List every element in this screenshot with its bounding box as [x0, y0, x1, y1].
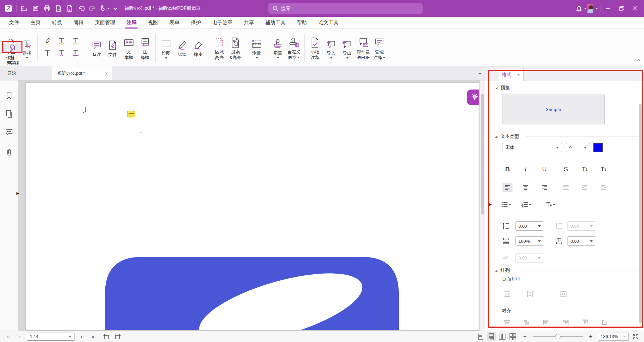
- measure-tool-button[interactable]: 测量: [249, 36, 265, 59]
- menu-tab-form[interactable]: 表单: [164, 17, 185, 28]
- collapse-ribbon-button[interactable]: [635, 56, 642, 64]
- zoom-level-select[interactable]: 136.13%: [598, 333, 629, 341]
- text-direction-button[interactable]: [545, 199, 555, 210]
- email-fdf-button[interactable]: 邮件发 送FDF: [355, 34, 371, 61]
- stamp-tool-button[interactable]: 图章: [270, 36, 286, 59]
- rotate-right-button[interactable]: [113, 332, 122, 341]
- highlight-tool-button[interactable]: [43, 37, 52, 47]
- font-family-select[interactable]: 宋体: [502, 143, 562, 152]
- menu-tab-help[interactable]: 帮助: [291, 17, 313, 28]
- save-button[interactable]: [30, 3, 41, 14]
- global-search[interactable]: [268, 3, 423, 14]
- arrange-section-header[interactable]: ◢ 排列: [495, 268, 510, 274]
- line-spacing-select[interactable]: 0.00: [515, 221, 544, 231]
- menu-tab-protect[interactable]: 保护: [185, 17, 207, 28]
- restore-button[interactable]: [616, 3, 627, 14]
- menu-tab-convert[interactable]: 转换: [46, 17, 68, 28]
- last-page-button[interactable]: »: [89, 332, 97, 341]
- drawing-tool-button[interactable]: 绘图: [158, 36, 174, 59]
- menu-tab-esign[interactable]: 电子签章: [207, 17, 238, 28]
- align-objects-v-center-button[interactable]: [581, 318, 589, 327]
- export-comments-button[interactable]: 导出: [339, 36, 355, 59]
- italic-button[interactable]: I: [521, 164, 531, 174]
- bullet-list-button[interactable]: [501, 199, 511, 210]
- zoom-slider-knob[interactable]: [555, 334, 560, 339]
- close-window-button[interactable]: [629, 3, 641, 14]
- rotate-left-button[interactable]: [102, 332, 111, 341]
- strikeout-tool-button[interactable]: [43, 49, 52, 59]
- underline-tool-button[interactable]: [71, 37, 80, 47]
- area-highlight-tool-button[interactable]: 区域 高亮: [211, 34, 227, 61]
- first-page-button[interactable]: «: [4, 332, 13, 341]
- bookmarks-panel-button[interactable]: [4, 91, 14, 100]
- text-type-section-header[interactable]: ◢ 文本类型: [495, 133, 519, 139]
- tab-start-page[interactable]: 开始: [0, 66, 52, 80]
- single-page-view-button[interactable]: [476, 332, 485, 341]
- horizontal-scale-select[interactable]: 100%: [515, 236, 544, 246]
- align-objects-top-button[interactable]: [561, 318, 570, 327]
- facing-view-button[interactable]: [498, 332, 506, 341]
- close-tab-icon[interactable]: ×: [105, 71, 108, 76]
- center-horizontal-button[interactable]: [526, 290, 534, 298]
- minimize-button[interactable]: [602, 3, 614, 14]
- notifications-button[interactable]: [575, 3, 587, 14]
- indent-decrease-button[interactable]: [580, 183, 590, 192]
- numbered-list-button[interactable]: [521, 199, 531, 210]
- menu-tab-accessibility[interactable]: 辅助工具: [260, 17, 291, 28]
- char-spacing-select[interactable]: 0.00: [567, 236, 596, 246]
- pages-panel-button[interactable]: [4, 109, 14, 119]
- continuous-view-button[interactable]: [487, 332, 496, 341]
- textbox-tool-button[interactable]: 文 本框: [121, 34, 137, 61]
- align-right-button[interactable]: [539, 183, 549, 192]
- align-center-button[interactable]: [521, 183, 531, 192]
- add-page-button[interactable]: [64, 3, 75, 14]
- touch-mode-button[interactable]: [98, 3, 110, 14]
- note-tool-button[interactable]: 备注: [89, 37, 105, 58]
- zoom-out-button[interactable]: −: [521, 332, 529, 341]
- align-left-button[interactable]: [502, 183, 513, 192]
- strikethrough-button[interactable]: S: [561, 164, 571, 174]
- align-objects-right-button[interactable]: [542, 318, 550, 327]
- bold-button[interactable]: B: [502, 164, 513, 174]
- search-input[interactable]: [281, 6, 409, 11]
- font-size-select[interactable]: 9: [566, 143, 590, 152]
- subscript-button[interactable]: T1: [598, 164, 608, 174]
- callout-tool-button[interactable]: 注 释框: [137, 34, 153, 61]
- keep-tool-selected-toggle[interactable]: 保持工 具选择: [3, 43, 22, 52]
- summary-comments-button[interactable]: 小结 注释: [307, 34, 323, 61]
- zoom-in-button[interactable]: +: [586, 332, 595, 341]
- scrollbar-thumb[interactable]: [639, 104, 642, 324]
- ai-assistant-button[interactable]: [467, 90, 479, 105]
- search-highlight-tool-button[interactable]: 搜索 &高亮: [227, 34, 244, 61]
- superscript-button[interactable]: T1: [580, 164, 590, 174]
- preview-section-header[interactable]: ◢ 预览: [495, 85, 510, 91]
- center-both-button[interactable]: [559, 290, 568, 298]
- zoom-slider[interactable]: [533, 336, 583, 337]
- quick-access-customize-button[interactable]: [110, 3, 121, 14]
- center-vertical-button[interactable]: [503, 290, 512, 298]
- underline-style-button[interactable]: U: [539, 164, 549, 174]
- fullscreen-button[interactable]: [631, 332, 640, 341]
- insert-text-tool-button[interactable]: [57, 49, 66, 59]
- align-objects-bottom-button[interactable]: [600, 318, 609, 327]
- panel-collapse-handle[interactable]: ▶: [489, 202, 492, 207]
- menu-tab-page-manage[interactable]: 页面管理: [89, 17, 121, 28]
- format-panel-tab[interactable]: 格式 ×: [498, 68, 524, 81]
- previous-page-button[interactable]: ‹: [15, 332, 24, 341]
- print-button[interactable]: [41, 3, 53, 14]
- indent-increase-button[interactable]: [598, 183, 608, 192]
- open-file-button[interactable]: [18, 3, 30, 14]
- squiggly-underline-tool-button[interactable]: [57, 37, 66, 47]
- attachments-panel-button[interactable]: [4, 148, 14, 157]
- menu-tab-file[interactable]: 文件: [3, 17, 25, 28]
- eraser-tool-button[interactable]: 橡皮: [190, 37, 206, 58]
- menu-tab-paper-tools[interactable]: 论文工具: [313, 17, 344, 28]
- page-number-select[interactable]: 1 / 4: [27, 333, 74, 341]
- document-viewport[interactable]: ▶: [18, 80, 485, 331]
- account-button[interactable]: [587, 3, 598, 14]
- manage-comments-button[interactable]: 管理 注释: [371, 34, 387, 61]
- align-objects-left-button[interactable]: [503, 318, 512, 327]
- facing-continuous-view-button[interactable]: [508, 332, 517, 341]
- replace-text-tool-button[interactable]: [71, 49, 80, 59]
- next-page-button[interactable]: ›: [77, 332, 86, 341]
